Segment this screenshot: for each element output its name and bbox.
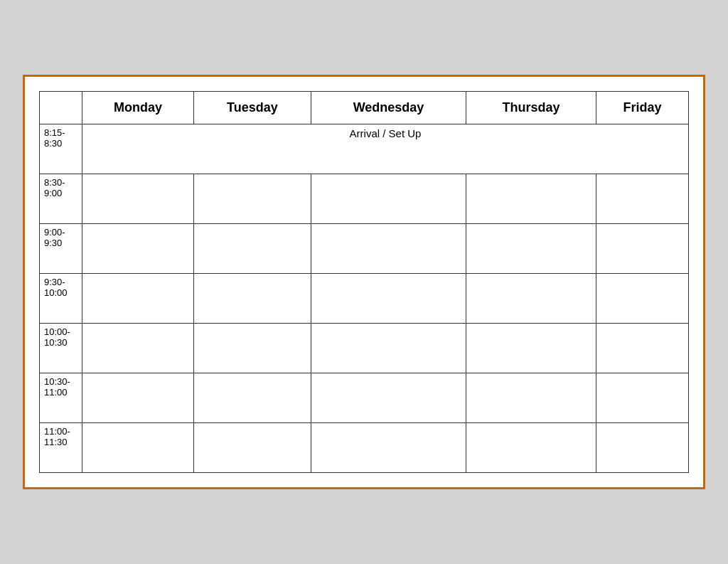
schedule-cell[interactable]: [194, 373, 311, 423]
header-time: [40, 92, 82, 124]
schedule-cell[interactable]: [311, 373, 466, 423]
schedule-cell[interactable]: [311, 174, 466, 224]
schedule-cell[interactable]: [466, 174, 596, 224]
arrival-cell: Arrival / Set Up: [82, 124, 689, 174]
page-container: Monday Tuesday Wednesday Thursday Friday…: [23, 75, 705, 489]
header-tuesday: Tuesday: [194, 92, 311, 124]
schedule-cell[interactable]: [194, 423, 311, 473]
time-cell: 10:30- 11:00: [40, 373, 82, 423]
schedule-cell[interactable]: [466, 274, 596, 324]
time-cell: 8:30- 9:00: [40, 174, 82, 224]
table-row: 8:30- 9:00: [40, 174, 689, 224]
schedule-cell[interactable]: [596, 324, 688, 373]
schedule-cell[interactable]: [82, 274, 194, 324]
table-row: 8:15- 8:30Arrival / Set Up: [40, 124, 689, 174]
table-row: 11:00- 11:30: [40, 423, 689, 473]
table-row: 9:00- 9:30: [40, 224, 689, 274]
time-cell: 10:00- 10:30: [40, 324, 82, 373]
table-row: 10:00- 10:30: [40, 324, 689, 373]
schedule-cell[interactable]: [466, 373, 596, 423]
schedule-cell[interactable]: [82, 423, 194, 473]
schedule-cell[interactable]: [466, 324, 596, 373]
schedule-cell[interactable]: [596, 174, 688, 224]
schedule-table: Monday Tuesday Wednesday Thursday Friday…: [39, 91, 689, 473]
time-cell: 9:00- 9:30: [40, 224, 82, 274]
schedule-cell[interactable]: [82, 224, 194, 274]
schedule-cell[interactable]: [194, 274, 311, 324]
schedule-cell[interactable]: [311, 423, 466, 473]
schedule-cell[interactable]: [82, 373, 194, 423]
schedule-cell[interactable]: [596, 274, 688, 324]
schedule-cell[interactable]: [466, 423, 596, 473]
schedule-cell[interactable]: [82, 324, 194, 373]
schedule-cell[interactable]: [194, 224, 311, 274]
schedule-cell[interactable]: [596, 423, 688, 473]
time-cell: 11:00- 11:30: [40, 423, 82, 473]
header-wednesday: Wednesday: [311, 92, 466, 124]
schedule-cell[interactable]: [311, 224, 466, 274]
schedule-cell[interactable]: [194, 324, 311, 373]
header-thursday: Thursday: [466, 92, 596, 124]
schedule-cell[interactable]: [596, 373, 688, 423]
time-cell: 9:30- 10:00: [40, 274, 82, 324]
schedule-cell[interactable]: [466, 224, 596, 274]
table-row: 10:30- 11:00: [40, 373, 689, 423]
time-cell: 8:15- 8:30: [40, 124, 82, 174]
schedule-cell[interactable]: [596, 224, 688, 274]
table-row: 9:30- 10:00: [40, 274, 689, 324]
schedule-cell[interactable]: [311, 274, 466, 324]
schedule-cell[interactable]: [82, 174, 194, 224]
header-row: Monday Tuesday Wednesday Thursday Friday: [40, 92, 689, 124]
header-friday: Friday: [596, 92, 688, 124]
schedule-cell[interactable]: [311, 324, 466, 373]
header-monday: Monday: [82, 92, 194, 124]
schedule-cell[interactable]: [194, 174, 311, 224]
